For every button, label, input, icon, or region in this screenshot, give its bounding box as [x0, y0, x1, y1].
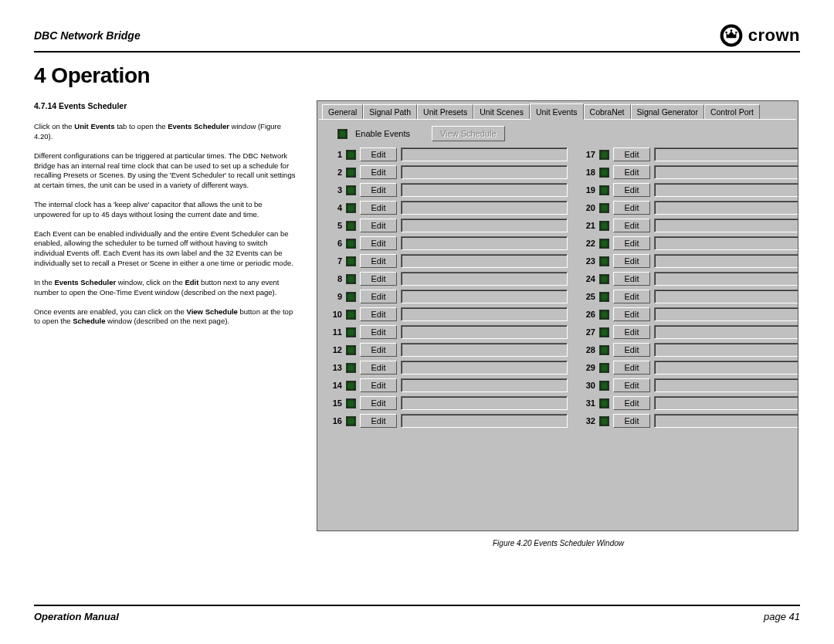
event-edit-button[interactable]: Edit: [360, 201, 397, 215]
tab-cobranet[interactable]: CobraNet: [584, 104, 631, 120]
event-edit-button[interactable]: Edit: [360, 290, 397, 303]
event-edit-button[interactable]: Edit: [613, 165, 650, 179]
event-label-field[interactable]: [401, 325, 568, 339]
event-edit-button[interactable]: Edit: [360, 343, 397, 357]
event-edit-button[interactable]: Edit: [613, 183, 650, 197]
event-label-field[interactable]: [401, 290, 568, 303]
tab-signal-generator[interactable]: Signal Generator: [631, 104, 704, 120]
event-enable-led[interactable]: [346, 345, 356, 355]
event-label-field[interactable]: [654, 396, 798, 410]
event-edit-button[interactable]: Edit: [360, 414, 397, 428]
event-enable-led[interactable]: [599, 416, 609, 426]
event-enable-led[interactable]: [599, 310, 609, 320]
event-label-field[interactable]: [401, 307, 568, 321]
event-label-field[interactable]: [654, 165, 798, 179]
event-enable-led[interactable]: [599, 256, 609, 266]
event-edit-button[interactable]: Edit: [360, 165, 397, 179]
event-enable-led[interactable]: [346, 221, 356, 231]
event-enable-led[interactable]: [346, 381, 356, 391]
event-label-field[interactable]: [654, 343, 798, 357]
event-edit-button[interactable]: Edit: [613, 307, 650, 321]
event-label-field[interactable]: [401, 414, 568, 428]
event-label-field[interactable]: [401, 201, 568, 215]
event-label-field[interactable]: [401, 236, 568, 250]
event-label-field[interactable]: [654, 290, 798, 303]
event-edit-button[interactable]: Edit: [613, 201, 650, 215]
event-label-field[interactable]: [401, 183, 568, 197]
event-enable-led[interactable]: [346, 310, 356, 320]
event-label-field[interactable]: [401, 147, 568, 161]
event-enable-led[interactable]: [599, 327, 609, 337]
event-label-field[interactable]: [654, 414, 798, 428]
event-label-field[interactable]: [401, 272, 568, 286]
event-enable-led[interactable]: [346, 203, 356, 213]
event-edit-button[interactable]: Edit: [360, 254, 397, 268]
event-label-field[interactable]: [654, 236, 798, 250]
event-enable-led[interactable]: [599, 398, 609, 408]
event-label-field[interactable]: [654, 325, 798, 339]
event-edit-button[interactable]: Edit: [613, 290, 650, 303]
event-enable-led[interactable]: [599, 185, 609, 195]
event-label-field[interactable]: [401, 361, 568, 375]
event-label-field[interactable]: [401, 165, 568, 179]
event-enable-led[interactable]: [346, 274, 356, 284]
tab-control-port[interactable]: Control Port: [704, 104, 760, 120]
tab-unit-scenes[interactable]: Unit Scenes: [473, 104, 530, 120]
event-edit-button[interactable]: Edit: [360, 396, 397, 410]
event-edit-button[interactable]: Edit: [613, 343, 650, 357]
tab-signal-path[interactable]: Signal Path: [363, 104, 417, 120]
event-label-field[interactable]: [654, 147, 798, 161]
event-enable-led[interactable]: [346, 292, 356, 302]
event-edit-button[interactable]: Edit: [613, 254, 650, 268]
event-enable-led[interactable]: [346, 398, 356, 408]
enable-events-led[interactable]: [337, 129, 348, 139]
event-edit-button[interactable]: Edit: [360, 183, 397, 197]
event-edit-button[interactable]: Edit: [613, 378, 650, 392]
event-enable-led[interactable]: [346, 363, 356, 373]
event-enable-led[interactable]: [599, 203, 609, 213]
event-edit-button[interactable]: Edit: [613, 236, 650, 250]
event-edit-button[interactable]: Edit: [360, 378, 397, 392]
event-enable-led[interactable]: [346, 168, 356, 178]
event-enable-led[interactable]: [599, 150, 609, 160]
event-enable-led[interactable]: [599, 221, 609, 231]
event-enable-led[interactable]: [346, 327, 356, 337]
event-edit-button[interactable]: Edit: [360, 361, 397, 375]
event-edit-button[interactable]: Edit: [360, 272, 397, 286]
event-edit-button[interactable]: Edit: [613, 414, 650, 428]
event-enable-led[interactable]: [599, 274, 609, 284]
event-edit-button[interactable]: Edit: [360, 307, 397, 321]
event-enable-led[interactable]: [599, 239, 609, 249]
event-label-field[interactable]: [654, 254, 798, 268]
event-label-field[interactable]: [654, 361, 798, 375]
event-enable-led[interactable]: [599, 381, 609, 391]
event-enable-led[interactable]: [599, 363, 609, 373]
event-enable-led[interactable]: [599, 168, 609, 178]
event-label-field[interactable]: [654, 183, 798, 197]
event-edit-button[interactable]: Edit: [613, 361, 650, 375]
event-label-field[interactable]: [401, 254, 568, 268]
tab-unit-events[interactable]: Unit Events: [530, 103, 584, 120]
event-edit-button[interactable]: Edit: [613, 272, 650, 286]
event-label-field[interactable]: [401, 378, 568, 392]
event-enable-led[interactable]: [346, 185, 356, 195]
event-edit-button[interactable]: Edit: [613, 219, 650, 232]
event-edit-button[interactable]: Edit: [613, 147, 650, 161]
event-label-field[interactable]: [401, 343, 568, 357]
event-enable-led[interactable]: [346, 150, 356, 160]
tab-general[interactable]: General: [322, 104, 363, 120]
event-edit-button[interactable]: Edit: [360, 147, 397, 161]
event-label-field[interactable]: [401, 396, 568, 410]
event-edit-button[interactable]: Edit: [360, 236, 397, 250]
event-edit-button[interactable]: Edit: [360, 325, 397, 339]
event-edit-button[interactable]: Edit: [360, 219, 397, 232]
event-label-field[interactable]: [654, 378, 798, 392]
event-enable-led[interactable]: [599, 292, 609, 302]
event-label-field[interactable]: [654, 201, 798, 215]
event-label-field[interactable]: [654, 272, 798, 286]
event-label-field[interactable]: [654, 307, 798, 321]
event-edit-button[interactable]: Edit: [613, 396, 650, 410]
event-label-field[interactable]: [401, 219, 568, 232]
event-enable-led[interactable]: [599, 345, 609, 355]
event-edit-button[interactable]: Edit: [613, 325, 650, 339]
